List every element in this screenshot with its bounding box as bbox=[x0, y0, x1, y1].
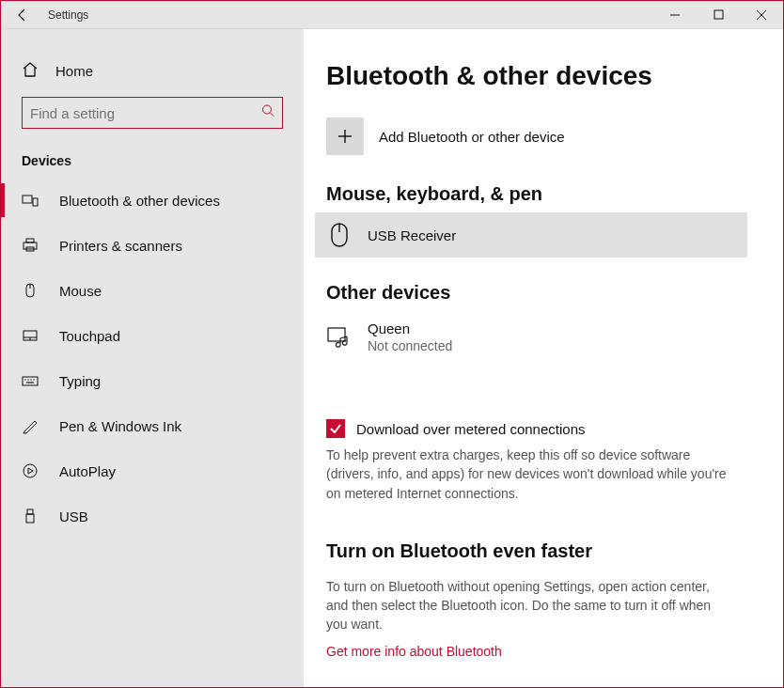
svg-rect-21 bbox=[27, 509, 33, 514]
sidebar: Home Devices Bluetooth & other devices bbox=[1, 29, 304, 687]
bluetooth-info-link[interactable]: Get more info about Bluetooth bbox=[326, 644, 749, 659]
titlebar: Settings bbox=[1, 1, 783, 29]
svg-rect-5 bbox=[33, 198, 38, 206]
section-other-devices: Other devices bbox=[326, 282, 749, 304]
keyboard-icon bbox=[22, 372, 39, 389]
back-button[interactable] bbox=[1, 1, 44, 29]
device-status: Not connected bbox=[368, 338, 452, 353]
sidebar-item-pen[interactable]: Pen & Windows Ink bbox=[1, 403, 304, 448]
svg-line-3 bbox=[271, 113, 274, 117]
home-label: Home bbox=[55, 63, 93, 79]
section-mouse-keyboard: Mouse, keyboard, & pen bbox=[326, 183, 749, 205]
sidebar-item-printers[interactable]: Printers & scanners bbox=[1, 223, 304, 268]
svg-rect-1 bbox=[714, 10, 723, 19]
mouse-icon bbox=[22, 282, 39, 299]
settings-window: Settings Home bbox=[0, 0, 784, 688]
metered-help-text: To help prevent extra charges, keep this… bbox=[326, 446, 730, 503]
sidebar-item-label: Bluetooth & other devices bbox=[59, 193, 220, 209]
autoplay-icon bbox=[22, 462, 39, 479]
device-queen[interactable]: Queen Not connected bbox=[315, 311, 749, 363]
sidebar-item-label: AutoPlay bbox=[59, 463, 116, 479]
bluetooth-faster-body: To turn on Bluetooth without opening Set… bbox=[326, 577, 730, 634]
svg-point-15 bbox=[24, 379, 25, 380]
sidebar-item-touchpad[interactable]: Touchpad bbox=[1, 313, 304, 358]
page-title: Bluetooth & other devices bbox=[326, 61, 749, 91]
home-button[interactable]: Home bbox=[1, 52, 304, 89]
svg-point-17 bbox=[30, 379, 31, 380]
section-bluetooth-faster: Turn on Bluetooth even faster bbox=[326, 540, 749, 562]
svg-point-16 bbox=[27, 379, 28, 380]
metered-toggle[interactable]: Download over metered connections bbox=[326, 419, 749, 438]
printer-icon bbox=[22, 237, 39, 254]
minimize-button[interactable] bbox=[653, 1, 697, 29]
svg-point-2 bbox=[263, 105, 272, 114]
usb-icon bbox=[22, 508, 39, 524]
sidebar-item-label: Mouse bbox=[59, 283, 102, 299]
sidebar-item-label: Printers & scanners bbox=[59, 238, 182, 254]
devices-icon bbox=[22, 192, 39, 209]
svg-rect-22 bbox=[26, 514, 34, 523]
device-name: USB Receiver bbox=[368, 227, 456, 243]
sidebar-item-autoplay[interactable]: AutoPlay bbox=[1, 448, 304, 493]
sidebar-item-label: Touchpad bbox=[59, 328, 120, 344]
metered-label: Download over metered connections bbox=[356, 421, 585, 437]
sidebar-item-bluetooth[interactable]: Bluetooth & other devices bbox=[1, 178, 304, 223]
svg-rect-4 bbox=[23, 195, 32, 203]
media-device-icon bbox=[326, 327, 353, 348]
search-icon bbox=[261, 104, 275, 122]
device-name: Queen bbox=[368, 321, 452, 336]
sidebar-item-usb[interactable]: USB bbox=[1, 493, 304, 539]
touchpad-icon bbox=[22, 327, 39, 344]
pen-icon bbox=[22, 417, 39, 434]
maximize-button[interactable] bbox=[697, 1, 740, 29]
main-content: Bluetooth & other devices Add Bluetooth … bbox=[304, 29, 783, 687]
window-title: Settings bbox=[48, 8, 88, 22]
svg-rect-7 bbox=[26, 239, 34, 242]
sidebar-nav: Bluetooth & other devices Printers & sca… bbox=[1, 178, 304, 539]
close-button[interactable] bbox=[740, 1, 783, 29]
sidebar-category: Devices bbox=[1, 129, 304, 178]
mouse-icon bbox=[326, 222, 353, 248]
svg-rect-27 bbox=[328, 328, 345, 341]
svg-rect-14 bbox=[23, 377, 38, 385]
sidebar-item-typing[interactable]: Typing bbox=[1, 358, 304, 403]
device-usb-receiver[interactable]: USB Receiver bbox=[315, 212, 747, 258]
sidebar-item-label: Typing bbox=[59, 373, 101, 389]
sidebar-item-label: Pen & Windows Ink bbox=[59, 418, 181, 434]
checkbox-checked-icon bbox=[326, 419, 345, 438]
sidebar-item-label: USB bbox=[59, 508, 88, 524]
add-device-button[interactable]: Add Bluetooth or other device bbox=[326, 117, 749, 155]
svg-point-18 bbox=[33, 379, 34, 380]
sidebar-item-mouse[interactable]: Mouse bbox=[1, 268, 304, 313]
search-input[interactable] bbox=[22, 97, 283, 129]
home-icon bbox=[22, 61, 39, 81]
svg-rect-6 bbox=[24, 242, 37, 249]
svg-point-20 bbox=[24, 464, 37, 477]
plus-icon bbox=[326, 117, 364, 155]
add-device-label: Add Bluetooth or other device bbox=[379, 129, 565, 145]
